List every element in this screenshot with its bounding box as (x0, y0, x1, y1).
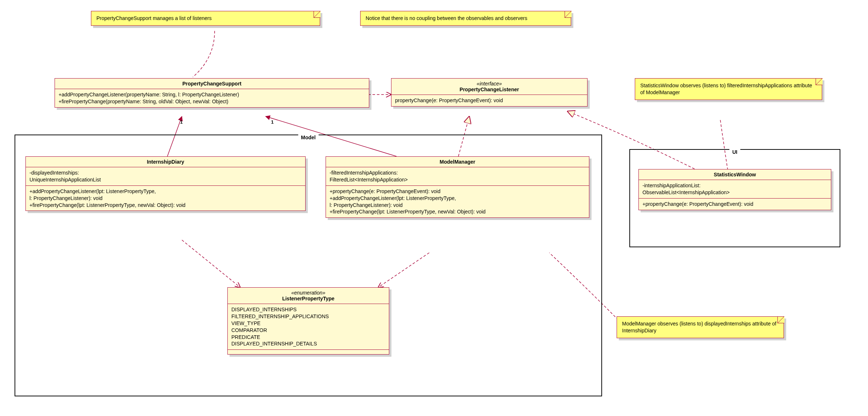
note-text: ModelManager observes (listens to) displ… (622, 321, 776, 333)
class-ops: +propertyChange(e: PropertyChangeEvent):… (639, 199, 831, 210)
class-model-manager: ModelManager -filteredInternshipApplicat… (326, 156, 589, 218)
enum-literals: DISPLAYED_INTERNSHIPS FILTERED_INTERNSHI… (228, 304, 389, 350)
class-attrs: -displayedInternships: UniqueInternshipA… (26, 167, 305, 186)
class-name: PropertyChangeSupport (182, 81, 242, 87)
package-label: Model (298, 135, 318, 140)
class-attrs: -internshipApplicationList: ObservableLi… (639, 180, 831, 199)
class-attrs: -filteredInternshipApplications: Filtere… (326, 167, 589, 186)
stereotype: «enumeration» (231, 290, 385, 296)
class-name: InternshipDiary (147, 159, 184, 165)
enum-listener-property-type: «enumeration» ListenerPropertyType DISPL… (227, 287, 389, 355)
multiplicity: 1 (180, 119, 183, 125)
class-name: ModelManager (439, 159, 475, 165)
class-internship-diary: InternshipDiary -displayedInternships: U… (25, 156, 306, 211)
package-label: UI (729, 149, 740, 155)
empty-section (228, 350, 389, 354)
class-ops: +addPropertyChangeListener(lpt: Listener… (26, 186, 305, 211)
interface-property-change-listener: «interface» PropertyChangeListener prope… (391, 78, 588, 107)
note-text: PropertyChangeSupport manages a list of … (96, 15, 212, 21)
link-note-pcs (193, 31, 215, 77)
uml-canvas: PCL dashed dependency with open arrow --… (0, 0, 868, 416)
multiplicity: 1 (271, 119, 274, 125)
class-property-change-support: PropertyChangeSupport +addPropertyChange… (55, 78, 369, 108)
class-name: PropertyChangeListener (459, 87, 519, 92)
note-coupling: Notice that there is no coupling between… (360, 11, 571, 26)
class-name: StatisticsWindow (714, 172, 756, 177)
class-ops: propertyChange(e: PropertyChangeEvent): … (391, 95, 587, 106)
class-name: ListenerPropertyType (282, 296, 335, 301)
class-statistics-window: StatisticsWindow -internshipApplicationL… (638, 169, 831, 210)
class-ops: +propertyChange(e: PropertyChangeEvent):… (326, 186, 589, 218)
note-mm: ModelManager observes (listens to) displ… (617, 316, 784, 338)
class-ops: +addPropertyChangeListener(propertyName:… (55, 89, 369, 107)
note-pcs: PropertyChangeSupport manages a list of … (91, 11, 320, 26)
note-text: Notice that there is no coupling between… (366, 15, 527, 21)
note-sw: StatisticsWindow observes (listens to) f… (635, 78, 822, 100)
stereotype: «interface» (395, 81, 584, 87)
note-text: StatisticsWindow observes (listens to) f… (640, 83, 812, 95)
